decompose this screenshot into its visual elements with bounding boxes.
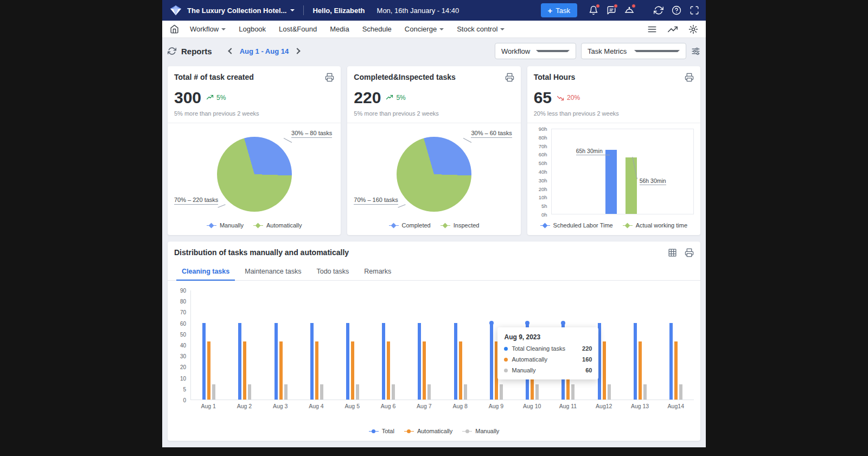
app-logo-icon[interactable] (169, 5, 183, 16)
y-tick: 90 (180, 288, 186, 294)
bar-total (669, 323, 673, 400)
bar-automatically (674, 341, 678, 400)
pie-chart[interactable] (217, 137, 292, 212)
print-icon[interactable] (505, 73, 514, 82)
table-view-icon[interactable] (668, 248, 677, 257)
x-axis-labels: Aug 1Aug 2Aug 3Aug 4Aug 5Aug 6Aug 7Aug 8… (190, 403, 694, 409)
tab-cleaning-tasks[interactable]: Cleaning tasks (174, 263, 237, 280)
bar-group-aug-13[interactable] (622, 290, 658, 400)
chevron-down-icon (500, 28, 505, 30)
legend-item-automatically[interactable]: Automatically (253, 222, 302, 229)
refresh-icon[interactable] (168, 47, 176, 55)
bar-actual-working-time[interactable] (626, 157, 637, 214)
bar-group-aug-3[interactable] (263, 290, 298, 400)
legend-item-manually[interactable]: Manually (462, 428, 499, 434)
chevron-down-icon (634, 50, 680, 52)
tab-maintenance-tasks[interactable]: Maintenance tasks (237, 263, 309, 280)
divider (527, 123, 700, 123)
bar-group-aug-6[interactable] (371, 290, 406, 400)
legend-item-scheduled-labor-time[interactable]: Scheduled Labor Time (540, 222, 613, 229)
service-bell-icon[interactable] (624, 5, 634, 15)
legend-item-inspected[interactable]: Inspected (441, 222, 480, 229)
topbar-right: + Task (541, 3, 700, 17)
nav-item-concierge[interactable]: Concierge (405, 25, 444, 33)
pie-callout: 30% – 80 tasks (291, 130, 332, 138)
bar-group-aug-5[interactable] (335, 290, 371, 400)
tab-bar: Cleaning tasksMaintenance tasksTodo task… (168, 263, 700, 281)
bar-group-aug-2[interactable] (227, 290, 263, 400)
x-axis-label: Aug 7 (406, 403, 442, 409)
legend-marker (462, 429, 472, 434)
hours-bar-chart: 0h5h10h20h30h40h50h60h70h80h90h 65h 30mi… (534, 129, 694, 214)
nav-item-logbook[interactable]: Logbook (239, 25, 266, 33)
bar-group-aug-1[interactable] (191, 290, 227, 400)
home-icon[interactable] (170, 24, 179, 34)
y-tick: 20h (539, 186, 547, 192)
y-tick: 10 (180, 375, 186, 381)
divider (347, 123, 520, 123)
bar-total (382, 323, 385, 400)
filter-sliders-icon[interactable] (691, 47, 700, 56)
add-task-button[interactable]: + Task (541, 3, 578, 17)
bell-icon[interactable] (589, 5, 598, 15)
bar-automatically (279, 341, 283, 400)
legend-marker (207, 223, 216, 228)
print-icon[interactable] (685, 73, 694, 82)
kpi-delta: 5% (385, 94, 405, 102)
hotel-name: The Luxury Collection Hotel... (187, 7, 286, 15)
bar-automatically (315, 341, 318, 400)
bar-group-aug-8[interactable] (443, 290, 478, 400)
y-tick: 90h (539, 126, 547, 132)
print-icon[interactable] (325, 73, 334, 82)
chevron-right-icon[interactable] (295, 49, 299, 53)
nav-item-lost-found[interactable]: Lost&Found (279, 25, 317, 33)
y-tick: 0h (541, 212, 547, 218)
settings-gear-icon[interactable] (688, 24, 698, 34)
tooltip-value: 220 (582, 345, 592, 352)
bar-total (490, 323, 493, 400)
tab-remarks[interactable]: Remarks (356, 263, 399, 280)
menu-icon[interactable] (647, 24, 657, 34)
nav-item-workflow[interactable]: Workflow (190, 25, 226, 33)
legend-item-automatically[interactable]: Automatically (404, 428, 452, 434)
chevron-down-icon (439, 28, 444, 30)
analytics-icon[interactable] (668, 24, 678, 34)
legend-marker (623, 223, 633, 228)
module-select[interactable]: Workflow (495, 43, 576, 59)
bar-scheduled-labor-time[interactable] (605, 150, 617, 214)
chart-tooltip: Aug 9, 2023 Total Cleaning tasks220Autom… (497, 327, 598, 379)
tab-todo-tasks[interactable]: Todo tasks (309, 263, 356, 280)
chevron-left-icon[interactable] (229, 49, 233, 53)
legend-marker (389, 223, 399, 228)
legend-item-actual-working-time[interactable]: Actual working time (623, 222, 687, 229)
kpi-subtitle: 5% more than previous 2 weeks (354, 110, 514, 117)
bar-group-aug14[interactable] (658, 290, 694, 400)
metrics-select[interactable]: Task Metrics (581, 43, 686, 59)
pie-chart[interactable] (397, 137, 471, 212)
legend-item-completed[interactable]: Completed (389, 222, 431, 229)
fullscreen-icon[interactable] (690, 5, 699, 15)
kpi-subtitle: 5% more than previous 2 weeks (174, 110, 334, 117)
nav-item-media[interactable]: Media (330, 25, 349, 33)
legend-item-manually[interactable]: Manually (207, 222, 244, 229)
print-icon[interactable] (685, 248, 694, 257)
legend-item-total[interactable]: Total (369, 428, 394, 434)
legend-label: Completed (402, 222, 431, 229)
legend-marker (369, 429, 379, 434)
bar-group-aug-7[interactable] (406, 290, 442, 400)
bar-group-aug-4[interactable] (299, 290, 335, 400)
date-range[interactable]: Aug 1 - Aug 14 (240, 47, 289, 55)
distribution-card: Distribution of tasks manually and autom… (168, 242, 700, 441)
bar-total (418, 323, 421, 400)
chat-icon[interactable] (607, 5, 616, 15)
greeting-text: Hello, Elizabeth (312, 7, 365, 15)
notification-badge (614, 4, 618, 8)
page-title: Reports (181, 47, 212, 56)
sync-icon[interactable] (654, 5, 663, 15)
pie-callout: 70% – 160 tasks (354, 197, 398, 205)
nav-item-schedule[interactable]: Schedule (362, 25, 392, 33)
kpi-subtitle: 20% less than previous 2 weeks (534, 110, 694, 117)
hotel-switcher-button[interactable]: The Luxury Collection Hotel... (187, 7, 295, 15)
nav-item-stock-control[interactable]: Stock control (457, 25, 505, 33)
help-icon[interactable] (672, 5, 681, 15)
